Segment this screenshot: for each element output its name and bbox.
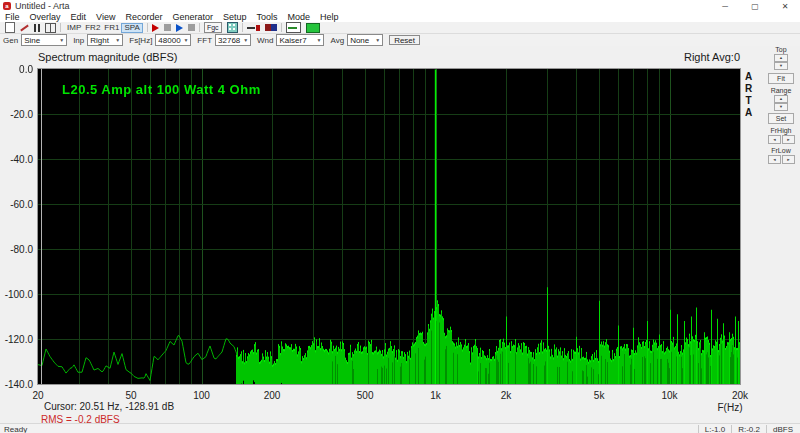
- inp-label: Inp: [73, 36, 84, 45]
- record-stop-icon[interactable]: [164, 24, 171, 31]
- x-tick-label: 20k: [732, 390, 748, 401]
- calculator-icon[interactable]: [227, 22, 238, 33]
- generator-type-select[interactable]: Sine▼: [21, 34, 67, 46]
- scroll-left-icon[interactable]: ◄: [768, 135, 781, 144]
- x-tick-label: 200: [264, 390, 281, 401]
- top-spinner: ▲ ▼: [774, 54, 788, 70]
- menu-item-mode[interactable]: Mode: [283, 12, 316, 22]
- menu-item-file[interactable]: File: [0, 12, 25, 22]
- fft-size-select[interactable]: 32768▼: [215, 34, 251, 46]
- maximize-icon[interactable]: ▢: [740, 0, 770, 12]
- x-tick-label: 500: [357, 390, 374, 401]
- menu-item-setup[interactable]: Setup: [218, 12, 252, 22]
- fft-label: FFT: [197, 36, 212, 45]
- input-device-icon[interactable]: [247, 25, 260, 31]
- averaging-select[interactable]: None▼: [347, 34, 383, 46]
- menu-item-recorder[interactable]: Recorder: [120, 12, 167, 22]
- x-tick-label: 50: [126, 390, 137, 401]
- fit-button[interactable]: Fit: [768, 73, 794, 84]
- plot-area[interactable]: L20.5 Amp alt 100 Watt 4 Ohm: [37, 68, 741, 385]
- frlow-scroll: ◄ ►: [768, 155, 796, 164]
- generator-start-icon[interactable]: [176, 24, 183, 32]
- spin-up-icon[interactable]: ▲: [774, 54, 788, 62]
- scroll-right-icon[interactable]: ►: [782, 135, 795, 144]
- minimize-icon[interactable]: ─: [710, 0, 740, 12]
- right-level: R:-0.2: [731, 425, 766, 433]
- frhigh-scroll: ◄ ►: [768, 135, 796, 144]
- input-channel-select[interactable]: Right▼: [87, 34, 123, 46]
- arta-window: { "window": { "title": "Untitled - Arta"…: [0, 0, 800, 433]
- app-icon: a: [3, 2, 11, 10]
- grid-icon[interactable]: [45, 23, 56, 33]
- mode-button-imp[interactable]: IMP: [65, 23, 83, 33]
- fs-label: Fs[Hz]: [129, 36, 152, 45]
- menu-bar: File Overlay Edit View Recorder Generato…: [0, 12, 800, 22]
- chevron-down-icon: ▼: [115, 37, 120, 43]
- title-bar: a Untitled - Arta ─ ▢ ✕: [0, 0, 800, 12]
- new-file-icon[interactable]: [5, 22, 15, 33]
- plot-annotation: L20.5 Amp alt 100 Watt 4 Ohm: [62, 82, 261, 97]
- record-start-icon[interactable]: [152, 24, 159, 32]
- x-axis-unit: F(Hz): [710, 402, 750, 413]
- spectrum-canvas[interactable]: [38, 69, 740, 384]
- menu-item-overlay[interactable]: Overlay: [25, 12, 66, 22]
- frlow-label: FrLow: [762, 147, 800, 154]
- y-tick-label: -20.0: [0, 109, 33, 120]
- sample-rate-select[interactable]: 48000▼: [155, 34, 191, 46]
- plot-control-panel: Top ▲ ▼ Fit Range ▲ ▼ Set FrHigh ◄ ► FrL…: [762, 46, 800, 423]
- mode-button-spa[interactable]: SPA: [121, 23, 142, 33]
- menu-item-view[interactable]: View: [91, 12, 120, 22]
- scope-icon[interactable]: [286, 22, 301, 33]
- spin-down-icon[interactable]: ▼: [774, 62, 788, 70]
- fgc-button[interactable]: Fgc: [204, 22, 222, 33]
- range-spinner: ▲ ▼: [774, 95, 788, 111]
- chevron-down-icon: ▼: [317, 37, 322, 43]
- gen-label: Gen: [3, 36, 18, 45]
- reset-button[interactable]: Reset: [389, 35, 420, 45]
- menu-item-tools[interactable]: Tools: [251, 12, 282, 22]
- y-tick-label: 0.0: [0, 64, 33, 75]
- status-ready: Ready: [4, 425, 27, 433]
- generator-stop-icon[interactable]: [188, 24, 195, 31]
- pause-icon[interactable]: [34, 24, 40, 32]
- scroll-left-icon[interactable]: ◄: [768, 155, 781, 164]
- y-tick-label: -60.0: [0, 199, 33, 210]
- level-unit: dBFS: [766, 425, 799, 433]
- cursor-readout: Cursor: 20.51 Hz, -128.91 dB: [44, 401, 174, 412]
- spin-up-icon[interactable]: ▲: [774, 95, 788, 103]
- mode-button-fr1[interactable]: FR1: [102, 23, 121, 33]
- scroll-right-icon[interactable]: ►: [782, 155, 795, 164]
- x-tick-label: 5k: [594, 390, 605, 401]
- y-tick-label: -120.0: [0, 334, 33, 345]
- main-toolbar: IMP FR2 FR1 SPA Fgc: [0, 22, 800, 34]
- left-level: L:-1.0: [698, 425, 731, 433]
- window-title: Untitled - Arta: [15, 1, 70, 11]
- level-meter-icon[interactable]: [306, 23, 320, 33]
- set-button[interactable]: Set: [768, 113, 794, 124]
- chevron-down-icon: ▼: [375, 37, 380, 43]
- frhigh-label: FrHigh: [762, 127, 800, 134]
- channel-info: Right Avg:0: [38, 51, 740, 63]
- x-tick-label: 100: [193, 390, 210, 401]
- status-bar: Ready L:-1.0 R:-0.2 dBFS: [0, 423, 800, 433]
- arta-watermark: ARTA: [743, 71, 754, 119]
- channel-flag-icon[interactable]: [265, 24, 277, 31]
- avg-label: Avg: [330, 36, 344, 45]
- mode-button-fr2[interactable]: FR2: [83, 23, 102, 33]
- chevron-down-icon: ▼: [59, 37, 64, 43]
- x-tick-label: 10k: [661, 390, 677, 401]
- y-tick-label: -40.0: [0, 154, 33, 165]
- chevron-down-icon: ▼: [243, 37, 248, 43]
- x-tick-label: 1k: [430, 390, 441, 401]
- pen-icon[interactable]: [20, 24, 29, 31]
- window-function-select[interactable]: Kaiser7▼: [276, 34, 324, 46]
- y-tick-label: -140.0: [0, 379, 33, 390]
- x-tick-label: 2k: [501, 390, 512, 401]
- menu-item-generator[interactable]: Generator: [167, 12, 218, 22]
- chevron-down-icon: ▼: [184, 37, 189, 43]
- close-icon[interactable]: ✕: [770, 0, 800, 12]
- y-tick-label: -100.0: [0, 289, 33, 300]
- spin-down-icon[interactable]: ▼: [774, 103, 788, 111]
- menu-item-help[interactable]: Help: [315, 12, 344, 22]
- menu-item-edit[interactable]: Edit: [66, 12, 92, 22]
